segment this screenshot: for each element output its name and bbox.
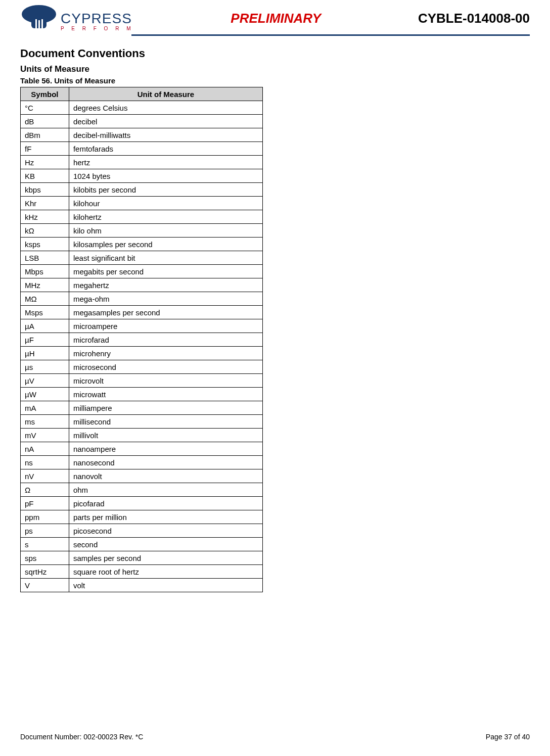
col-header-symbol: Symbol: [21, 87, 69, 101]
cell-unit: hertz: [69, 156, 262, 169]
table-row: kΩkilo ohm: [21, 224, 263, 238]
table-row: LSBleast significant bit: [21, 251, 263, 265]
brand-block: CYPRESS P E R F O R M: [20, 4, 134, 32]
cell-unit: microhenry: [69, 347, 262, 360]
cell-unit: picosecond: [69, 524, 262, 538]
cell-symbol: ksps: [21, 238, 69, 251]
table-row: dBdecibel: [21, 115, 263, 128]
cell-symbol: MHz: [21, 278, 69, 292]
table-row: msmillisecond: [21, 415, 263, 429]
cell-unit: samples per second: [69, 551, 262, 565]
cell-symbol: KB: [21, 169, 69, 183]
cell-symbol: dBm: [21, 128, 69, 142]
cell-symbol: sps: [21, 551, 69, 565]
header-part-number: CYBLE-014008-00: [418, 11, 530, 26]
cell-unit: kilohertz: [69, 210, 262, 224]
table-row: Ωohm: [21, 483, 263, 497]
cell-unit: decibel-milliwatts: [69, 128, 262, 142]
table-row: ssecond: [21, 538, 263, 551]
cell-symbol: ppm: [21, 510, 69, 524]
cell-symbol: pF: [21, 497, 69, 510]
svg-rect-3: [38, 20, 40, 29]
table-row: Vvolt: [21, 579, 263, 592]
table-row: Hzhertz: [21, 156, 263, 169]
cell-unit: kilo ohm: [69, 224, 262, 238]
page-header: CYPRESS P E R F O R M PRELIMINARY CYBLE-…: [20, 0, 530, 32]
cell-unit: picofarad: [69, 497, 262, 510]
table-row: MΩmega-ohm: [21, 292, 263, 306]
cell-unit: microvolt: [69, 374, 262, 388]
table-row: mAmilliampere: [21, 401, 263, 415]
brand-name-main: CYPRESS: [61, 11, 134, 27]
page-number: Page 37 of 40: [486, 733, 530, 741]
cell-symbol: µs: [21, 360, 69, 374]
cell-symbol: s: [21, 538, 69, 551]
table-row: mVmillivolt: [21, 429, 263, 442]
cell-symbol: µF: [21, 333, 69, 347]
cell-symbol: Mbps: [21, 265, 69, 278]
cell-unit: nanovolt: [69, 469, 262, 483]
cell-unit: microsecond: [69, 360, 262, 374]
table-row: sqrtHzsquare root of hertz: [21, 565, 263, 579]
cell-symbol: µH: [21, 347, 69, 360]
table-row: MHzmegahertz: [21, 278, 263, 292]
subsection-heading: Units of Measure: [20, 64, 530, 74]
brand-name-sub: P E R F O R M: [61, 26, 134, 31]
cell-symbol: µA: [21, 319, 69, 333]
cell-unit: microampere: [69, 319, 262, 333]
cell-unit: nanoampere: [69, 442, 262, 456]
cell-unit: femtofarads: [69, 142, 262, 156]
header-rule: [131, 34, 530, 36]
cell-unit: mega-ohm: [69, 292, 262, 306]
cell-symbol: mA: [21, 401, 69, 415]
cell-unit: milliampere: [69, 401, 262, 415]
cell-unit: ohm: [69, 483, 262, 497]
cell-unit: square root of hertz: [69, 565, 262, 579]
units-table: Symbol Unit of Measure °Cdegrees Celsius…: [20, 87, 263, 592]
cell-unit: megabits per second: [69, 265, 262, 278]
cell-unit: microfarad: [69, 333, 262, 347]
cell-unit: kilosamples per second: [69, 238, 262, 251]
svg-rect-4: [41, 19, 43, 29]
cell-symbol: nV: [21, 469, 69, 483]
cell-symbol: LSB: [21, 251, 69, 265]
table-row: kHzkilohertz: [21, 210, 263, 224]
cell-symbol: sqrtHz: [21, 565, 69, 579]
table-row: pFpicofarad: [21, 497, 263, 510]
cell-unit: degrees Celsius: [69, 101, 262, 115]
table-row: °Cdegrees Celsius: [21, 101, 263, 115]
table-row: µFmicrofarad: [21, 333, 263, 347]
cell-symbol: µV: [21, 374, 69, 388]
cell-symbol: Ω: [21, 483, 69, 497]
table-row: µHmicrohenry: [21, 347, 263, 360]
cell-unit: second: [69, 538, 262, 551]
cell-symbol: fF: [21, 142, 69, 156]
cell-unit: megasamples per second: [69, 306, 262, 319]
cell-symbol: ps: [21, 524, 69, 538]
table-row: µAmicroampere: [21, 319, 263, 333]
table-caption: Table 56. Units of Measure: [20, 76, 530, 85]
cell-symbol: ns: [21, 456, 69, 469]
table-row: dBmdecibel-milliwatts: [21, 128, 263, 142]
table-row: spssamples per second: [21, 551, 263, 565]
cell-symbol: Khr: [21, 197, 69, 210]
table-row: µWmicrowatt: [21, 388, 263, 401]
table-row: Khrkilohour: [21, 197, 263, 210]
cell-symbol: kHz: [21, 210, 69, 224]
cell-symbol: nA: [21, 442, 69, 456]
table-row: Mspsmegasamples per second: [21, 306, 263, 319]
cell-unit: kilohour: [69, 197, 262, 210]
table-row: fFfemtofarads: [21, 142, 263, 156]
cell-symbol: ms: [21, 415, 69, 429]
cell-unit: decibel: [69, 115, 262, 128]
header-preliminary: PRELIMINARY: [134, 11, 418, 26]
svg-rect-2: [35, 19, 37, 29]
cell-unit: microwatt: [69, 388, 262, 401]
cypress-tree-icon: [20, 4, 58, 32]
cell-symbol: kΩ: [21, 224, 69, 238]
cell-unit: megahertz: [69, 278, 262, 292]
table-row: Mbpsmegabits per second: [21, 265, 263, 278]
cell-unit: least significant bit: [69, 251, 262, 265]
cell-unit: volt: [69, 579, 262, 592]
section-heading: Document Conventions: [20, 47, 530, 60]
